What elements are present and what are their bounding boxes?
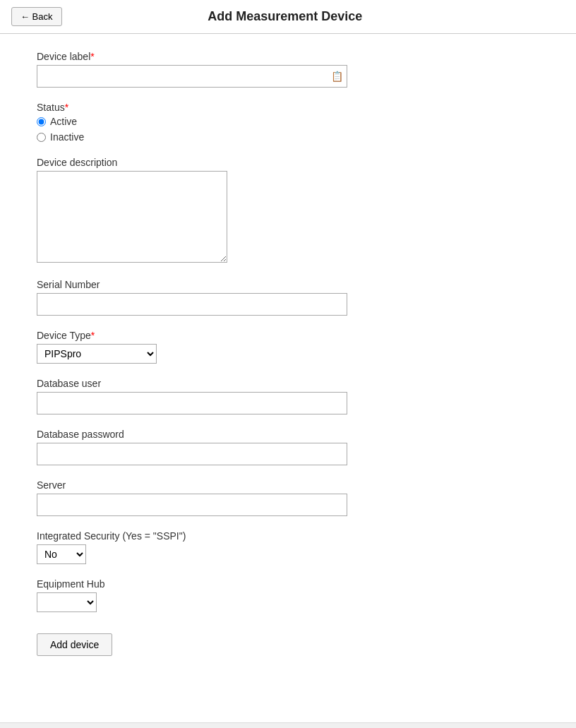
device-type-select[interactable]: PIPSpro Other [37,344,157,364]
status-inactive-radio[interactable] [37,133,46,142]
status-active-label: Active [50,116,77,127]
server-group: Server [37,479,539,516]
form-content: Device label* 📋 Status* Active Inactive … [0,34,576,673]
integrated-security-select[interactable]: No Yes [37,544,86,564]
database-password-group: Database password [37,429,539,465]
status-inactive-item: Inactive [37,131,539,143]
device-description-group: Device description [37,157,539,265]
device-label-label: Device label* [37,51,539,62]
device-type-required: * [91,330,95,341]
status-active-item: Active [37,116,539,127]
page-title: Add Measurement Device [208,9,362,24]
database-password-label: Database password [37,429,539,440]
integrated-security-group: Integrated Security (Yes = "SSPI") No Ye… [37,530,539,564]
server-label: Server [37,479,539,491]
back-button[interactable]: ← Back [11,7,62,26]
integrated-security-label: Integrated Security (Yes = "SSPI") [37,530,539,542]
status-group: Status* Active Inactive [37,102,539,143]
status-label: Status* [37,102,539,113]
equipment-hub-group: Equipment Hub [37,578,539,612]
status-active-radio[interactable] [37,117,46,126]
database-user-input[interactable] [37,392,347,414]
serial-number-label: Serial Number [37,279,539,290]
database-user-label: Database user [37,378,539,389]
device-label-group: Device label* 📋 [37,51,539,88]
device-type-label: Device Type* [37,330,539,341]
serial-number-group: Serial Number [37,279,539,316]
device-label-required: * [90,51,94,62]
device-description-label: Device description [37,157,539,168]
database-password-input[interactable] [37,443,347,465]
device-label-wrapper: 📋 [37,65,347,88]
equipment-hub-label: Equipment Hub [37,578,539,590]
equipment-hub-select[interactable] [37,592,97,612]
device-label-input[interactable] [37,65,347,88]
add-device-button[interactable]: Add device [37,633,112,656]
status-required: * [65,102,68,113]
device-type-group: Device Type* PIPSpro Other [37,330,539,364]
serial-number-input[interactable] [37,293,347,316]
page-header: ← Back Add Measurement Device [0,0,576,34]
status-radio-group: Active Inactive [37,116,539,143]
device-description-textarea[interactable] [37,171,227,263]
server-input[interactable] [37,494,347,516]
scrollbar[interactable] [0,722,576,728]
status-inactive-label: Inactive [50,131,84,143]
database-user-group: Database user [37,378,539,414]
